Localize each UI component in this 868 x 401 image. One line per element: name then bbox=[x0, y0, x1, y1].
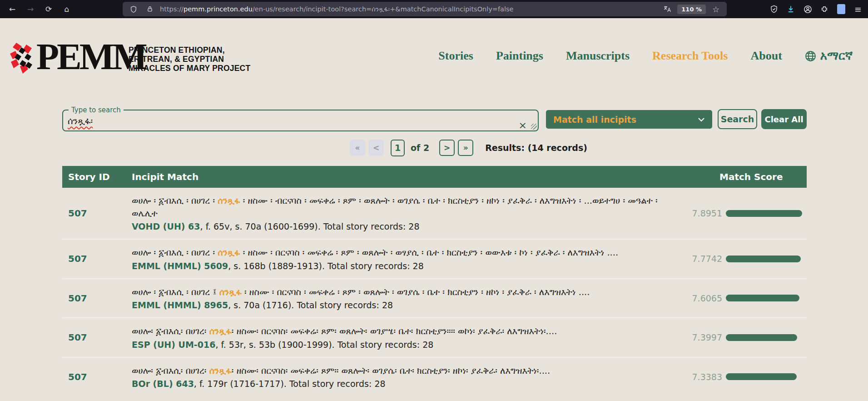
results-table: Story ID Incipit Match Match Score 507 ወ… bbox=[62, 166, 807, 396]
header-incipit-match: Incipit Match bbox=[132, 171, 690, 182]
nav-about[interactable]: About bbox=[750, 49, 782, 63]
score-cell: 7.8951 bbox=[690, 188, 807, 239]
manuscript-link[interactable]: EMML (HMML) 5609 bbox=[132, 261, 228, 271]
match-mode-selected: Match all incipits bbox=[553, 115, 698, 125]
match-score-bar-fill bbox=[726, 334, 797, 341]
site-tagline: PRINCETON ETHIOPIAN, ERITREAN, & EGYPTIA… bbox=[129, 45, 250, 73]
browser-toolbar: ← → ⟳ ⌂ https://pemm.princeton.edu/en-us… bbox=[0, 0, 868, 18]
match-mode-dropdown[interactable]: Match all incipits bbox=[546, 110, 712, 129]
prev-page-button[interactable]: < bbox=[368, 140, 384, 156]
forward-icon[interactable]: → bbox=[24, 3, 37, 15]
manuscript-link[interactable]: BOr (BL) 643 bbox=[132, 379, 194, 389]
reload-icon[interactable]: ⟳ bbox=[42, 3, 55, 15]
last-page-button[interactable]: » bbox=[458, 140, 473, 156]
citation-line: EMML (HMML) 8965, s. 70a (1716). Total s… bbox=[132, 299, 678, 311]
zoom-level-badge[interactable]: 110 % bbox=[677, 5, 706, 14]
menu-icon[interactable]: ≡ bbox=[852, 3, 864, 15]
incipit-text: ወሀሎ፡ ፩ብእሲ፡ በሀገረ፡ ሰንጿፋ፡ ዘስሙ፡ በርናባስ፡ መፍቀሬ፡… bbox=[132, 365, 678, 377]
score-cell: 7.6065 bbox=[690, 279, 807, 318]
chevron-down-icon bbox=[698, 117, 705, 122]
home-icon[interactable]: ⌂ bbox=[60, 3, 74, 15]
translate-icon[interactable] bbox=[661, 3, 674, 15]
match-score-bar-fill bbox=[726, 256, 801, 262]
match-score-bar bbox=[726, 210, 803, 217]
language-label: አማርኛ bbox=[820, 49, 853, 63]
incipit-cell: ወሀሎ፡ ፩ብእሲ፡ በሀገረ፡ ሰንጿፋ፡ ዘስሙ፡ በርናባስ፡ መፍቀሬ፡… bbox=[132, 318, 690, 357]
pagination: « < 1 of 2 > » Results: (14 records) bbox=[350, 139, 587, 156]
match-score-bar-fill bbox=[726, 295, 799, 301]
manuscript-link[interactable]: ESP (UH) UM-016 bbox=[132, 340, 215, 350]
shield-permissions-icon[interactable] bbox=[127, 3, 140, 15]
incipit-cell: ወሀሎ፡ ፩ብእሲ፡ በሀገረ፡ ሰንጿፋ፡ ዘስሙ፡ በርናባስ፡ መፍቀሬ፡… bbox=[132, 358, 690, 396]
score-cell: 7.3997 bbox=[690, 318, 807, 357]
current-page-box[interactable]: 1 bbox=[391, 140, 405, 156]
nav-stories[interactable]: Stories bbox=[438, 49, 473, 63]
search-value: ሰንጿፋ፡ bbox=[68, 115, 93, 126]
search-term-highlight: ሰንጿፋ bbox=[218, 195, 240, 206]
url-bar[interactable]: https://pemm.princeton.edu/en-us/researc… bbox=[123, 2, 727, 16]
match-score-bar bbox=[726, 334, 803, 341]
nav-manuscripts[interactable]: Manuscripts bbox=[566, 49, 630, 63]
bookmark-star-icon[interactable]: ☆ bbox=[709, 3, 722, 15]
incipit-cell: ወሀሎ ፡ ፩ብእሲ ፡ በሀገረ ፡ ሰንጿፋ ፡ ዘስሙ ፡ ብርናባስ ፡… bbox=[132, 188, 690, 239]
score-cell: 7.7742 bbox=[690, 240, 807, 278]
story-id-cell[interactable]: 507 bbox=[62, 358, 132, 396]
search-label: Type to search bbox=[69, 106, 124, 114]
search-button[interactable]: Search bbox=[718, 109, 757, 129]
match-score-bar-fill bbox=[726, 210, 802, 217]
next-page-button[interactable]: > bbox=[439, 140, 455, 156]
site-header: PEMM PRINCETON ETHIOPIAN, ERITREAN, & EG… bbox=[0, 18, 868, 102]
header-story-id: Story ID bbox=[62, 171, 132, 182]
page-tool-icon[interactable] bbox=[835, 3, 848, 15]
language-switcher[interactable]: አማርኛ bbox=[805, 49, 853, 63]
story-id-cell[interactable]: 507 bbox=[62, 279, 132, 318]
table-row: 507 ወሀሎ ፡ ፩ብእሲ ፡ በሀገረ ፡ ሰንጿፋ ፡ ዘስሙ ፡ በርና… bbox=[62, 239, 807, 278]
match-score-bar bbox=[726, 295, 803, 301]
url-text: https://pemm.princeton.edu/en-us/researc… bbox=[160, 5, 514, 13]
manuscript-link[interactable]: VOHD (UH) 63 bbox=[132, 221, 200, 231]
search-term-highlight: ሰንጿፋ bbox=[219, 287, 242, 297]
clear-all-button[interactable]: Clear All bbox=[761, 109, 807, 129]
score-cell: 7.3383 bbox=[690, 358, 807, 396]
results-count: Results: (14 records) bbox=[485, 143, 587, 153]
clear-search-icon[interactable]: × bbox=[519, 120, 527, 130]
story-id-cell[interactable]: 507 bbox=[62, 188, 132, 239]
citation-line: EMML (HMML) 5609, s. 168b (1889-1913). T… bbox=[132, 260, 678, 272]
page-count-label: of 2 bbox=[411, 143, 429, 153]
search-fieldset: Type to search ሰንጿፋ፡ × bbox=[62, 106, 539, 131]
manuscript-link[interactable]: EMML (HMML) 8965 bbox=[132, 300, 228, 310]
incipit-cell: ወሀሎ ፡ ፩ብእሲ ፡ በሀገረ ፡ ሰንጿፋ ፡ ዘስሙ ፡ በርናባስ ፡… bbox=[132, 240, 690, 278]
resize-handle-icon[interactable] bbox=[531, 124, 537, 130]
lock-icon[interactable] bbox=[144, 3, 156, 15]
story-id-cell[interactable]: 507 bbox=[62, 240, 132, 278]
first-page-button[interactable]: « bbox=[350, 140, 365, 156]
match-score-value: 7.6065 bbox=[690, 293, 722, 303]
incipit-cell: ወሀሎ ፡ ፩ብእሲ ፡ በሀገረ ፤ ሰንጿፋ ፡ ዘስሙ ፡ በርናባስ ፡… bbox=[132, 279, 690, 318]
account-icon[interactable] bbox=[801, 3, 814, 15]
main-nav: Stories Paintings Manuscripts Research T… bbox=[438, 49, 853, 63]
back-icon[interactable]: ← bbox=[5, 3, 19, 15]
citation-line: VOHD (UH) 63, f. 65v, s. 70a (1600-1699)… bbox=[132, 221, 678, 233]
story-id-cell[interactable]: 507 bbox=[62, 318, 132, 357]
protections-shield-icon[interactable] bbox=[768, 3, 780, 15]
pemm-logo-icon[interactable] bbox=[7, 42, 35, 76]
match-score-value: 7.3997 bbox=[690, 332, 722, 342]
match-score-value: 7.7742 bbox=[690, 254, 722, 264]
nav-research-tools[interactable]: Research Tools bbox=[652, 49, 728, 63]
globe-icon bbox=[805, 50, 816, 62]
table-body: 507 ወሀሎ ፡ ፩ብእሲ ፡ በሀገረ ፡ ሰንጿፋ ፡ ዘስሙ ፡ ብርና… bbox=[62, 188, 807, 396]
match-score-bar bbox=[726, 256, 803, 262]
match-score-bar bbox=[726, 373, 803, 380]
incipit-text: ወሀሎ ፡ ፩ብእሲ ፡ በሀገረ ፡ ሰንጿፋ ፡ ዘስሙ ፡ ብርናባስ ፡… bbox=[132, 195, 678, 220]
match-score-bar-fill bbox=[726, 373, 797, 380]
nav-paintings[interactable]: Paintings bbox=[496, 49, 543, 63]
downloads-icon[interactable] bbox=[784, 3, 797, 15]
match-score-value: 7.3383 bbox=[690, 372, 722, 382]
extension-icon[interactable] bbox=[818, 3, 831, 15]
table-row: 507 ወሀሎ፡ ፩ብእሲ፡ በሀገረ፡ ሰንጿፋ፡ ዘስሙ፡ በርናባስ፡ መ… bbox=[62, 317, 807, 357]
header-match-score: Match Score bbox=[690, 171, 807, 182]
incipit-text: ወሀሎ፡ ፩ብእሲ፡ በሀገረ፡ ሰንጿፋ፡ ዘስሙ፡ በርናባስ፡ መፍቀሬ፡… bbox=[132, 325, 678, 338]
table-row: 507 ወሀሎ፡ ፩ብእሲ፡ በሀገረ፡ ሰንጿፋ፡ ዘስሙ፡ በርናባስ፡ መ… bbox=[62, 357, 807, 396]
citation-line: BOr (BL) 643, f. 179r (1716-1717). Total… bbox=[132, 378, 678, 390]
search-input[interactable]: ሰንጿፋ፡ bbox=[63, 114, 538, 128]
